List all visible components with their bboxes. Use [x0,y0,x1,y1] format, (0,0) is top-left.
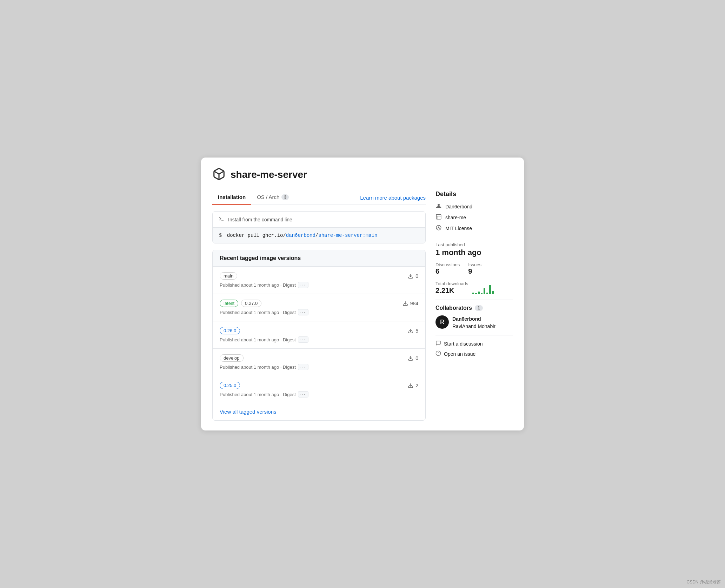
version-tag[interactable]: 0.25.0 [220,382,240,389]
discussions-label: Discussions [435,262,460,267]
owner-icon [435,203,442,210]
total-downloads-value: 2.21K [435,287,468,295]
tab-installation-label: Installation [218,194,246,200]
collab-list: R Dan6erbond RaviAnand Mohabir [435,315,513,330]
version-downloads: 2 [408,383,418,388]
tabs-bar: Installation OS / Arch 3 Learn more abou… [212,191,426,205]
download-count: 0 [415,273,418,279]
main-layout: Installation OS / Arch 3 Learn more abou… [212,191,513,421]
command-text-plain: docker pull ghcr.io/ [227,233,286,238]
version-meta: Published about 1 month ago · Digest ··· [220,364,418,370]
version-item: 0.26.05Published about 1 month ago · Dig… [213,321,425,349]
repo-item: share-me [435,214,513,221]
collab-primary-name[interactable]: Dan6erbond [452,316,481,322]
version-meta-text: Published about 1 month ago · Digest [220,310,296,315]
digest-button[interactable]: ··· [298,391,308,397]
version-tag[interactable]: main [220,272,237,280]
version-tags: 0.25.0 [220,382,240,389]
install-header: Install from the command line [213,212,425,227]
details-title: Details [435,191,513,198]
collaborators-badge: 1 [475,305,483,311]
learn-more-link[interactable]: Learn more about packages [360,195,426,201]
version-tag[interactable]: 0.26.0 [220,327,240,334]
svg-rect-8 [436,214,441,219]
left-panel: Installation OS / Arch 3 Learn more abou… [212,191,426,421]
watermark: CSDN @杨浦老苏 [686,579,721,585]
version-item: main0Published about 1 month ago · Diges… [213,267,425,294]
version-items-container: main0Published about 1 month ago · Diges… [213,267,425,403]
version-tag[interactable]: 0.27.0 [241,300,261,307]
chart-bar [481,293,483,294]
last-published-value: 1 month ago [435,248,513,257]
package-icon [212,167,226,182]
download-icon [403,301,408,306]
discussion-icon [435,340,441,347]
version-tags: 0.26.0 [220,327,240,334]
total-downloads-label: Total downloads [435,281,468,286]
owner-item: Dan6erbond [435,203,513,210]
start-discussion-label: Start a discussion [444,341,483,347]
issues-value: 9 [468,267,481,275]
tab-os-arch-label: OS / Arch [257,194,279,200]
chart-bar [492,291,494,294]
last-published-label: Last published [435,242,513,247]
install-header-text: Install from the command line [228,217,292,222]
open-issue-link[interactable]: Open an issue [435,350,513,357]
chart-bar [486,293,488,294]
install-box: Install from the command line $ docker p… [212,211,426,243]
discussions-stat: Discussions 6 [435,262,460,275]
digest-button[interactable]: ··· [298,336,308,343]
view-all-link[interactable]: View all tagged versions [213,403,425,420]
collaborators-label: Collaborators [435,305,472,311]
repo-icon [435,214,442,221]
version-downloads: 5 [408,328,418,334]
chart-bar [478,292,480,294]
owner-name[interactable]: Dan6erbond [445,204,472,209]
version-tags: main [220,272,237,280]
version-item: develop0Published about 1 month ago · Di… [213,349,425,376]
collab-extra-names: RaviAnand Mohabir [452,323,495,329]
version-meta-text: Published about 1 month ago · Digest [220,337,296,342]
command-slash: / [315,233,318,238]
divider-2 [435,300,513,300]
chart-bar [472,293,474,294]
chart-bar [484,288,485,294]
tab-os-arch[interactable]: OS / Arch 3 [251,191,294,205]
install-code[interactable]: $ docker pull ghcr.io/dan6erbond/share-m… [213,227,425,243]
divider-1 [435,237,513,237]
download-count: 984 [410,301,418,306]
avatar: R [435,315,449,329]
downloads-left: Total downloads 2.21K [435,280,468,295]
version-meta: Published about 1 month ago · Digest ··· [220,391,418,397]
version-meta: Published about 1 month ago · Digest ··· [220,282,418,288]
license-item: MIT License [435,225,513,232]
stats-row: Discussions 6 Issues 9 [435,262,513,275]
download-icon [408,383,413,388]
issues-stat: Issues 9 [468,262,481,275]
digest-button[interactable]: ··· [298,309,308,315]
command-blue2: share-me-server:main [318,233,377,238]
digest-button[interactable]: ··· [298,364,308,370]
version-meta-text: Published about 1 month ago · Digest [220,392,296,397]
download-icon [408,273,413,279]
downloads-row: Total downloads 2.21K [435,280,513,295]
digest-button[interactable]: ··· [298,282,308,288]
versions-box: Recent tagged image versions main0Publis… [212,250,426,421]
page-title: share-me-server [231,169,307,180]
collab-names: Dan6erbond RaviAnand Mohabir [452,315,495,330]
repo-name[interactable]: share-me [445,215,466,220]
download-count: 5 [415,328,418,334]
license-icon [435,225,442,232]
svg-point-11 [436,225,441,230]
version-meta: Published about 1 month ago · Digest ··· [220,336,418,343]
issues-label: Issues [468,262,481,267]
issue-icon [435,350,441,357]
version-item: 0.25.02Published about 1 month ago · Dig… [213,376,425,403]
divider-3 [435,335,513,335]
dollar-sign: $ [219,233,222,238]
start-discussion-link[interactable]: Start a discussion [435,340,513,347]
tab-installation[interactable]: Installation [212,191,251,205]
version-tag[interactable]: latest [220,300,238,307]
chart-bar [489,285,491,294]
version-tag[interactable]: develop [220,354,244,362]
